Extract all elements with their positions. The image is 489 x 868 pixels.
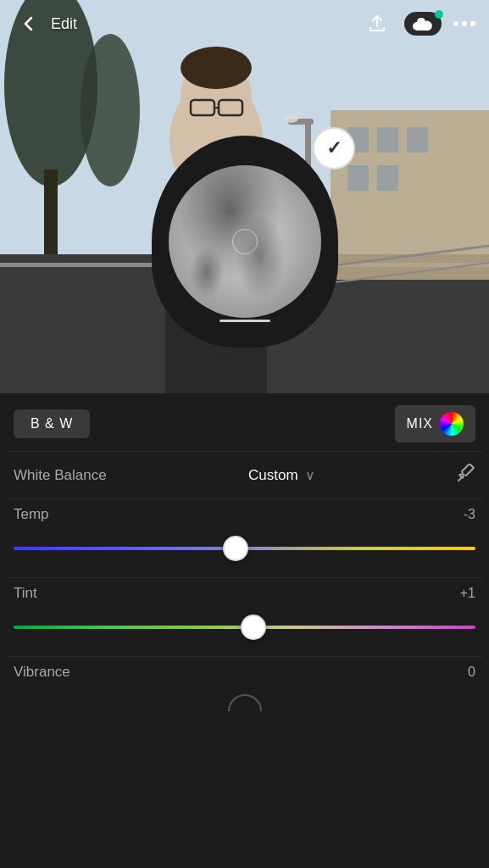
tint-header: Tint +1 xyxy=(14,585,475,602)
temp-header: Temp -3 xyxy=(14,506,475,523)
top-bar-left: Edit xyxy=(14,8,77,39)
magnifier-body: ✓ xyxy=(152,136,338,348)
drag-arc-icon xyxy=(228,694,262,711)
bw-mix-row: B & W MIX xyxy=(0,393,489,451)
tint-label: Tint xyxy=(14,585,37,602)
svg-rect-10 xyxy=(347,165,369,191)
white-balance-value: Custom xyxy=(248,467,298,484)
vibrance-row: Vibrance 0 xyxy=(0,657,489,687)
dot3 xyxy=(470,21,475,26)
bw-label: B & W xyxy=(31,416,73,431)
photo-area: Edit xyxy=(0,0,489,415)
back-button[interactable] xyxy=(14,8,44,39)
svg-point-5 xyxy=(81,34,140,186)
controls-panel: B & W MIX White Balance Custom ∨ Temp -3 xyxy=(0,393,489,868)
tint-value: +1 xyxy=(460,586,475,601)
dot1 xyxy=(453,21,458,26)
svg-point-18 xyxy=(181,47,252,89)
vibrance-label: Vibrance xyxy=(14,664,70,681)
temp-label: Temp xyxy=(14,506,49,523)
svg-point-14 xyxy=(285,114,298,123)
tint-track xyxy=(14,626,475,629)
tint-slider[interactable] xyxy=(14,612,475,643)
svg-rect-8 xyxy=(377,127,398,153)
share-button[interactable] xyxy=(362,8,392,39)
dot2 xyxy=(462,21,467,26)
more-options-button[interactable] xyxy=(453,21,475,26)
magnifier-handle xyxy=(219,320,270,322)
top-bar: Edit xyxy=(0,0,489,47)
mix-label: MIX xyxy=(407,416,433,431)
vibrance-value: 0 xyxy=(468,665,475,680)
eyedropper-button[interactable] xyxy=(457,464,475,487)
temp-slider-section: Temp -3 xyxy=(0,499,489,577)
color-wheel-icon xyxy=(440,412,464,436)
drag-handle[interactable] xyxy=(0,687,489,718)
temp-thumb[interactable] xyxy=(223,536,248,561)
temp-slider[interactable] xyxy=(14,533,475,564)
cloud-sync-button[interactable] xyxy=(404,12,442,36)
magnifier-center xyxy=(232,229,258,254)
chevron-down-icon: ∨ xyxy=(305,467,315,483)
temp-value: -3 xyxy=(464,507,475,522)
magnifier-tool[interactable]: ✓ xyxy=(152,136,338,348)
mix-button[interactable]: MIX xyxy=(395,405,475,442)
checkmark-icon: ✓ xyxy=(326,137,342,159)
bw-button[interactable]: B & W xyxy=(14,409,90,438)
cloud-status-indicator xyxy=(435,10,443,19)
white-balance-selector[interactable]: Custom ∨ xyxy=(248,467,315,484)
svg-rect-11 xyxy=(377,165,398,191)
tint-slider-section: Tint +1 xyxy=(0,578,489,656)
confirm-button[interactable]: ✓ xyxy=(313,127,355,170)
svg-rect-4 xyxy=(44,170,58,254)
magnifier-lens xyxy=(169,165,321,318)
temp-track xyxy=(14,547,475,550)
svg-rect-9 xyxy=(407,127,428,153)
page-title: Edit xyxy=(51,15,77,33)
tint-thumb[interactable] xyxy=(241,615,266,640)
white-balance-row: White Balance Custom ∨ xyxy=(0,452,489,498)
white-balance-label: White Balance xyxy=(14,467,107,484)
top-bar-right xyxy=(362,8,475,39)
